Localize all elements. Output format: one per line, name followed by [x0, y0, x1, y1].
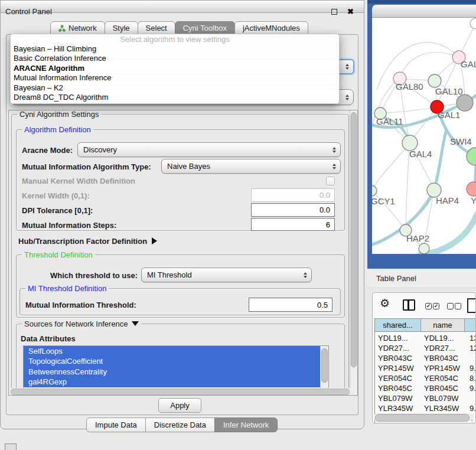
table-row[interactable]: YBL079W YBL079W	[375, 393, 476, 403]
group-title-row[interactable]: Sources for Network Inference	[22, 319, 141, 328]
algorithm-dropdown-popup: Select algorithm to view settings Bayesi…	[10, 34, 340, 104]
cell: YDR27...	[424, 343, 455, 353]
settings-vertical-scrollbar[interactable]	[350, 110, 357, 395]
popup-placeholder: Select algorithm to view settings	[11, 35, 339, 44]
mi-steps-field[interactable]: 6	[251, 218, 335, 231]
popup-item[interactable]: Bayesian – Hill Climbing	[11, 44, 339, 54]
list-item-selected[interactable]: SelfLoops	[24, 346, 328, 356]
popup-item[interactable]: Basic Correlation Inference	[11, 54, 339, 63]
checked-box-icon[interactable]: ✓	[433, 303, 439, 309]
popup-item[interactable]: Dream8 DC_TDC Algorithm	[11, 93, 339, 102]
mi-type-combo[interactable]: Naive Bayes	[161, 159, 341, 174]
list-vertical-scrollbar[interactable]	[320, 346, 328, 388]
node-swi4[interactable]	[467, 148, 476, 165]
tab-select[interactable]: Select	[138, 21, 175, 35]
cell: YDR27...	[378, 343, 409, 353]
dpi-tolerance-label: DPI Tolerance [0,1]:	[22, 206, 93, 215]
node-salmon[interactable]	[467, 182, 476, 196]
tab-cyni-toolbox[interactable]: Cyni Toolbox	[175, 21, 235, 35]
tab-jactivemnodules[interactable]: jActiveMNodules	[234, 21, 308, 35]
table-row[interactable]: YBR045C YBR045C 9.	[375, 383, 476, 393]
table-row[interactable]: YPR145W YPR145W 9.	[375, 363, 476, 373]
popup-item[interactable]: Mutual Information Inference	[11, 73, 339, 83]
manual-kernel-label: Manual Kernel Width Definition	[22, 177, 135, 185]
node-label: GAL11	[376, 116, 403, 126]
popup-item-highlighted[interactable]: ARACNE Algorithm	[11, 64, 339, 73]
table-panel-title: Table Panel	[376, 274, 416, 283]
dpi-tolerance-field[interactable]: 0.0	[251, 203, 335, 217]
column-header-clipped[interactable]	[465, 319, 476, 332]
data-attributes-list[interactable]: SelfLoops TopologicalCoefficient Between…	[23, 345, 329, 389]
popup-item[interactable]: Bayesian – K2	[11, 83, 339, 93]
node-label: GAL4	[409, 149, 432, 159]
kernel-width-field[interactable]: 0.0	[251, 188, 335, 202]
stepper-icon	[345, 64, 349, 70]
expand-arrow-icon[interactable]	[152, 237, 157, 244]
table-row[interactable]: YER054C YER054C 8.	[375, 373, 476, 383]
table-row[interactable]: YDR27... YDR27... 12	[375, 343, 476, 353]
network-canvas[interactable]: GAL GAL80 GAL10 GAL1 GAL11 SWI4 GAL4 GCY…	[372, 18, 476, 254]
stepper-icon	[345, 94, 349, 100]
tab-impute-data[interactable]: Impute Data	[86, 418, 146, 432]
node-label: GAL	[461, 59, 476, 69]
tab-discretize-data[interactable]: Discretize Data	[145, 418, 215, 432]
network-window-titlebar[interactable]	[372, 5, 476, 18]
tab-infer-network[interactable]: Infer Network	[214, 418, 278, 432]
checked-box-icon[interactable]: ✓	[425, 303, 432, 309]
kernel-width-label: Kernel Width (0,1):	[22, 191, 90, 200]
unchecked-box-icon[interactable]	[447, 303, 454, 309]
scrollbar-thumb[interactable]	[351, 112, 357, 367]
control-panel-titlebar[interactable]: Control Panel ✖	[0, 0, 364, 13]
network-icon	[58, 25, 66, 32]
column-header-shared-name[interactable]: shared...	[375, 319, 421, 332]
scrollbar-thumb[interactable]	[321, 348, 328, 383]
which-threshold-value: MI Threshold	[147, 270, 192, 279]
mi-steps-label: Mutual Information Steps:	[22, 221, 116, 230]
node[interactable]	[419, 243, 429, 254]
node-label: Y	[471, 195, 476, 206]
apply-button[interactable]: Apply	[158, 398, 201, 413]
manual-kernel-checkbox[interactable]	[326, 177, 335, 185]
scrollbar-thumb[interactable]	[11, 389, 350, 395]
columns-icon[interactable]	[403, 299, 415, 311]
column-header-name[interactable]: name	[421, 319, 465, 332]
list-item-selected[interactable]: TopologicalCoefficient	[24, 356, 328, 366]
table-row[interactable]: YLR345W YLR345W 9.	[375, 403, 476, 413]
node[interactable]	[470, 18, 476, 29]
dpi-tolerance-value: 0.0	[319, 206, 330, 214]
tab-network[interactable]: Network	[50, 21, 105, 35]
cell: YBR043C	[378, 353, 412, 363]
list-item-selected[interactable]: BetweennessCentrality	[24, 367, 328, 377]
table-horizontal-scrollbar[interactable]	[374, 413, 474, 421]
close-icon[interactable]: ✖	[347, 7, 354, 17]
stepper-icon	[332, 147, 336, 153]
table-row[interactable]: YDL19... YDL19... 13	[375, 333, 476, 343]
hub-definition-label: Hub/Transcription Factor Definition	[18, 237, 147, 246]
table-row[interactable]: YBR043C YBR043C	[375, 353, 476, 363]
which-threshold-combo[interactable]: MI Threshold	[141, 268, 312, 282]
cell: YLR345W	[378, 403, 413, 413]
group-title: MI Threshold Definition	[25, 284, 109, 293]
application-root: Control Panel ✖ Network Style Select Cyn…	[0, 0, 476, 450]
settings-horizontal-scrollbar[interactable]	[9, 388, 351, 395]
collapsed-panel-icon[interactable]	[5, 444, 17, 450]
tab-label: Infer Network	[223, 420, 269, 429]
stepper-icon	[332, 164, 336, 169]
gear-icon[interactable]: ⚙	[380, 296, 390, 310]
unchecked-box-icon[interactable]	[455, 303, 461, 309]
aracne-mode-combo[interactable]: Discovery	[77, 142, 341, 157]
mi-type-label: Mutual Information Algorithm Type:	[22, 162, 151, 171]
tab-style[interactable]: Style	[105, 21, 138, 35]
node-gray[interactable]	[457, 94, 473, 111]
list-item-selected[interactable]: gal4RGexp	[24, 377, 328, 387]
float-window-icon[interactable]	[331, 9, 337, 15]
collapse-arrow-icon[interactable]	[132, 321, 139, 326]
hub-definition-toggle[interactable]: Hub/Transcription Factor Definition	[18, 237, 157, 246]
apply-button-label: Apply	[170, 401, 190, 410]
data-attributes-label: Data Attributes	[21, 334, 76, 343]
mi-threshold-label: Mutual Information Threshold:	[25, 301, 136, 309]
mi-threshold-field[interactable]: 0.5	[249, 298, 332, 312]
node-gal10[interactable]	[428, 74, 441, 87]
document-icon[interactable]	[467, 298, 476, 313]
scrollbar-thumb[interactable]	[375, 414, 470, 422]
